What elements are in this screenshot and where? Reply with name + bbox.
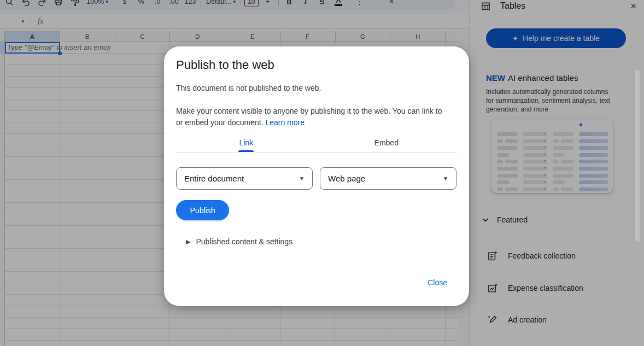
close-dialog-button[interactable]: Close <box>428 278 447 287</box>
expander-arrow-icon: ▶ <box>186 238 190 245</box>
chevron-down-icon: ▼ <box>299 175 305 181</box>
description-text: Make your content visible to anyone by p… <box>176 107 442 127</box>
tab-embed-label: Embed <box>374 138 399 147</box>
publish-scope-dropdown[interactable]: Entire document ▼ <box>176 167 313 190</box>
published-content-settings-expander[interactable]: ▶ Published content & settings <box>186 237 292 246</box>
publish-button[interactable]: Publish <box>176 200 229 220</box>
format-dropdown-value: Web page <box>328 174 365 183</box>
publish-to-web-dialog: Publish to the web This document is not … <box>164 46 469 306</box>
scope-dropdown-value: Entire document <box>184 174 244 183</box>
sidebar-scrollbar[interactable] <box>635 70 640 242</box>
tabs-divider <box>176 152 456 153</box>
tab-link-label: Link <box>239 138 253 147</box>
dialog-title: Publish to the web <box>176 58 274 72</box>
expander-label: Published content & settings <box>196 237 292 246</box>
tab-link[interactable]: Link <box>176 133 317 152</box>
chevron-down-icon: ▼ <box>443 175 448 181</box>
publish-format-dropdown[interactable]: Web page ▼ <box>320 167 456 190</box>
publish-tabs: Link Embed <box>176 133 456 152</box>
learn-more-link[interactable]: Learn more <box>265 118 305 127</box>
google-sheets-screen: 100% ▾ $ % .0 .00 123 Defaul... ▾ 10 + <box>0 0 644 346</box>
publish-status-text: This document is not published to the we… <box>176 84 321 92</box>
tab-embed[interactable]: Embed <box>317 133 457 152</box>
dialog-description: Make your content visible to anyone by p… <box>176 105 450 128</box>
